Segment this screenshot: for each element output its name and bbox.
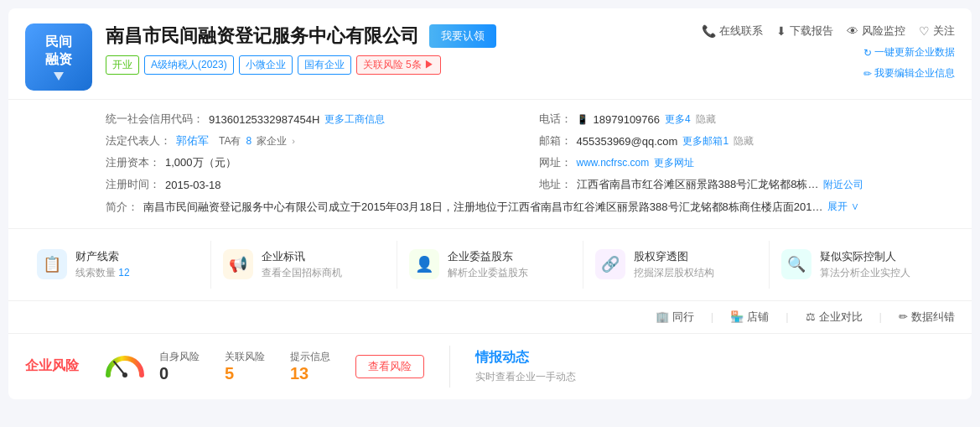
reg-time-label: 注册时间： (106, 177, 160, 192)
expand-label: 展开 (827, 200, 848, 212)
self-risk-item: 自身风险 0 (159, 350, 200, 383)
address-value: 江西省南昌市红谷滩区丽景路388号汇龙铭都8栋… (577, 177, 819, 192)
controller-card-subtitle: 算法分析企业实控人 (820, 266, 910, 280)
desc-text: 南昌市民间融资登记服务中心有限公司成立于2015年03月18日，注册地位于江西省… (143, 199, 822, 216)
online-contact-label: 在线联系 (719, 23, 763, 39)
website-label: 网址： (539, 155, 572, 170)
desc-label: 简介： (106, 199, 138, 216)
controller-card-icon: 🔍 (781, 249, 811, 279)
feature-cards-section: 📋 财产线索 线索数量 12 📢 企业标讯 查看全国招标商机 👤 (8, 229, 972, 301)
tag-state-owned: 国有企业 (298, 55, 351, 75)
phone-label: 电话： (539, 112, 572, 127)
more-emails-link[interactable]: 更多邮箱1 (682, 134, 729, 148)
risk-divider (449, 346, 450, 388)
nearby-company-link[interactable]: 附近公司 (823, 178, 863, 192)
risk-gauge-icon (104, 350, 146, 380)
legal-rep-ta: TA有 (219, 134, 241, 148)
reg-time-value: 2015-03-18 (165, 179, 221, 191)
heart-icon: ♡ (919, 24, 930, 38)
reg-time-row: 注册时间： 2015-03-18 (106, 177, 522, 192)
related-risk-value: 5 (225, 364, 265, 383)
bottom-actions-row: 🏢 同行 | 🏪 店铺 | ⚖ 企业对比 | ✏ 数据纠错 (8, 301, 972, 334)
company-card: 民间 融资 南昌市民间融资登记服务中心有限公司 我要认领 开业 A级纳税人(20… (8, 8, 972, 399)
email-row: 邮箱： 455353969@qq.com 更多邮箱1 隐藏 (539, 133, 956, 148)
edit-info-btn[interactable]: ✏ 我要编辑企业信息 (863, 66, 955, 81)
separator-2: | (786, 310, 788, 323)
follow-btn[interactable]: ♡ 关注 (919, 23, 955, 39)
claim-button[interactable]: 我要认领 (429, 24, 496, 48)
reg-capital-label: 注册资本： (106, 155, 160, 170)
property-icon: 📋 (43, 255, 61, 273)
related-risk-item: 关联风险 5 (225, 350, 265, 383)
logo-text-line1: 民间 (45, 34, 72, 51)
risk-monitor-btn[interactable]: 👁 风险监控 (847, 23, 905, 39)
peer-btn[interactable]: 🏢 同行 (656, 310, 694, 325)
feature-card-bidding[interactable]: 📢 企业标讯 查看全国招标商机 (211, 241, 397, 289)
feature-card-equity[interactable]: 🔗 股权穿透图 挖掘深层股权结构 (583, 241, 770, 289)
legal-rep-chevron-icon: › (292, 136, 295, 146)
risk-gauge-wrap (104, 350, 146, 383)
online-contact-btn[interactable]: 📞 在线联系 (702, 23, 763, 39)
equity-card-icon: 🔗 (595, 249, 625, 279)
check-risk-button[interactable]: 查看风险 (355, 355, 424, 378)
tag-tax: A级纳税人(2023) (144, 55, 234, 75)
download-report-btn[interactable]: ⬇ 下载报告 (776, 23, 833, 39)
self-risk-label: 自身风险 (159, 350, 200, 364)
shareholder-card-icon: 👤 (409, 249, 439, 279)
more-phones-link[interactable]: 更多4 (665, 112, 691, 127)
correct-icon: ✏ (899, 310, 908, 323)
hide-phone-btn[interactable]: 隐藏 (696, 112, 716, 127)
legal-rep-name[interactable]: 郭佑军 (176, 133, 209, 148)
legal-rep-row: 法定代表人： 郭佑军 TA有 8 家企业 › (106, 133, 522, 148)
feature-card-shareholder[interactable]: 👤 企业委益股东 解析企业委益股东 (397, 241, 583, 289)
correct-label: 数据纠错 (911, 310, 955, 325)
correct-data-btn[interactable]: ✏ 数据纠错 (899, 310, 955, 325)
bidding-card-subtitle: 查看全国招标商机 (262, 266, 342, 280)
credit-code-label: 统一社会信用代码： (106, 112, 204, 127)
phone-icon: 📞 (702, 24, 716, 38)
controller-card-title: 疑似实际控制人 (820, 249, 910, 264)
phone-row: 电话： 📱 18979109766 更多4 隐藏 (539, 112, 956, 127)
shop-icon: 🏪 (730, 310, 744, 323)
company-header: 民间 融资 南昌市民间融资登记服务中心有限公司 我要认领 开业 A级纳税人(20… (8, 8, 972, 100)
website-value[interactable]: www.ncfrsc.com (577, 157, 650, 169)
related-risk-label: 关联风险 (225, 350, 265, 364)
eye-icon: 👁 (847, 24, 858, 38)
company-desc-row: 简介： 南昌市民间融资登记服务中心有限公司成立于2015年03月18日，注册地位… (106, 199, 955, 216)
logo-text-line2: 融资 (45, 51, 72, 69)
svg-line-0 (114, 362, 125, 375)
intelligence-subtitle: 实时查看企业一手动态 (475, 370, 955, 384)
chevron-down-icon: ∨ (851, 200, 859, 212)
legal-rep-suffix: 家企业 (257, 134, 287, 148)
legal-rep-count: 8 (246, 135, 251, 147)
controller-icon: 🔍 (787, 255, 806, 273)
hide-email-btn[interactable]: 隐藏 (734, 134, 754, 148)
header-actions: 📞 在线联系 ⬇ 下载报告 👁 风险监控 ♡ 关注 ↻ 一键更新企业数 (702, 23, 955, 81)
reg-capital-row: 注册资本： 1,000万（元） (106, 155, 522, 170)
feature-card-property[interactable]: 📋 财产线索 线索数量 12 (25, 241, 211, 289)
bidding-card-title: 企业标讯 (262, 249, 342, 264)
reg-capital-value: 1,000万（元） (165, 155, 236, 170)
expand-desc-btn[interactable]: 展开 ∨ (827, 199, 858, 215)
feature-card-controller[interactable]: 🔍 疑似实际控制人 算法分析企业实控人 (770, 241, 955, 289)
tag-small-biz: 小微企业 (239, 55, 293, 75)
peer-icon: 🏢 (656, 310, 669, 323)
intelligence-section: 情报动态 实时查看企业一手动态 (475, 349, 955, 384)
compare-btn[interactable]: ⚖ 企业对比 (806, 310, 863, 325)
tag-related-risk[interactable]: 关联风险 5条 ▶ (356, 55, 441, 75)
bidding-card-text: 企业标讯 查看全国招标商机 (262, 249, 342, 280)
bidding-icon: 📢 (229, 255, 247, 273)
self-risk-value: 0 (159, 364, 200, 383)
update-data-btn[interactable]: ↻ 一键更新企业数据 (863, 45, 955, 60)
shareholder-icon: 👤 (415, 255, 433, 273)
risk-section-title: 企业风险 (25, 357, 79, 375)
controller-card-text: 疑似实际控制人 算法分析企业实控人 (820, 249, 910, 280)
info-section: 统一社会信用代码： 91360125332987454H 更多工商信息 电话： … (8, 100, 972, 229)
credit-code-row: 统一社会信用代码： 91360125332987454H 更多工商信息 (106, 112, 522, 127)
tag-status: 开业 (106, 55, 139, 75)
shop-btn[interactable]: 🏪 店铺 (730, 310, 769, 325)
more-websites-link[interactable]: 更多网址 (654, 156, 694, 170)
follow-label: 关注 (933, 23, 955, 39)
shareholder-card-text: 企业委益股东 解析企业委益股东 (448, 249, 528, 280)
more-biz-info-link[interactable]: 更多工商信息 (324, 112, 385, 127)
